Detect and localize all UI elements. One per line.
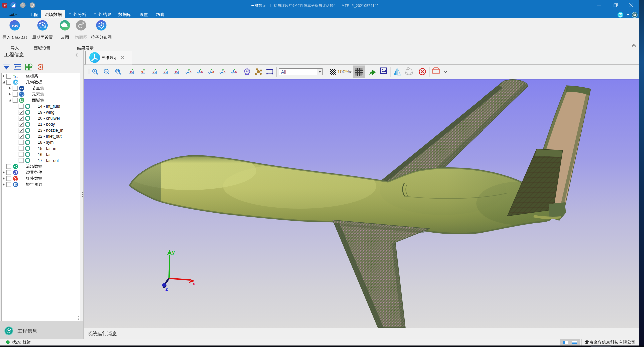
- svg-text:y: y: [172, 249, 175, 255]
- svg-text:21 - body: 21 - body: [38, 122, 55, 127]
- svg-text:19 - wing: 19 - wing: [38, 110, 55, 115]
- svg-text:z: z: [208, 70, 210, 74]
- svg-text:16 - far: 16 - far: [38, 152, 51, 157]
- svg-text:z: z: [219, 70, 221, 74]
- svg-text:z: z: [231, 70, 232, 74]
- svg-text:z: z: [185, 70, 187, 74]
- svg-text:z: z: [132, 70, 134, 74]
- svg-text:18 - sym: 18 - sym: [38, 140, 54, 145]
- svg-text:x: x: [201, 70, 203, 73]
- svg-text:14 - int_fluid: 14 - int_fluid: [38, 104, 60, 109]
- svg-text:x: x: [192, 281, 195, 286]
- svg-text:x: x: [16, 76, 18, 79]
- svg-text:x: x: [190, 70, 192, 73]
- svg-text:z: z: [177, 70, 179, 74]
- svg-text:cas: cas: [12, 23, 18, 28]
- svg-text:z: z: [165, 286, 168, 292]
- svg-text:17 - far_out: 17 - far_out: [38, 158, 59, 163]
- svg-text:z: z: [166, 70, 167, 74]
- svg-text:All: All: [281, 69, 286, 75]
- svg-text:22 - inlet_out: 22 - inlet_out: [38, 134, 62, 139]
- svg-text:23 - nozzle_in: 23 - nozzle_in: [38, 128, 64, 133]
- svg-text:z: z: [15, 75, 16, 78]
- svg-text:x: x: [235, 70, 237, 73]
- svg-text:15 - far_in: 15 - far_in: [38, 146, 57, 151]
- svg-text:100%: 100%: [337, 69, 350, 74]
- svg-text:z: z: [143, 70, 145, 74]
- svg-text:z: z: [197, 70, 198, 74]
- svg-text:x: x: [212, 70, 214, 73]
- svg-text:x: x: [224, 70, 226, 73]
- svg-text:20 - chuiwei: 20 - chuiwei: [38, 116, 60, 121]
- svg-text:z: z: [155, 70, 156, 74]
